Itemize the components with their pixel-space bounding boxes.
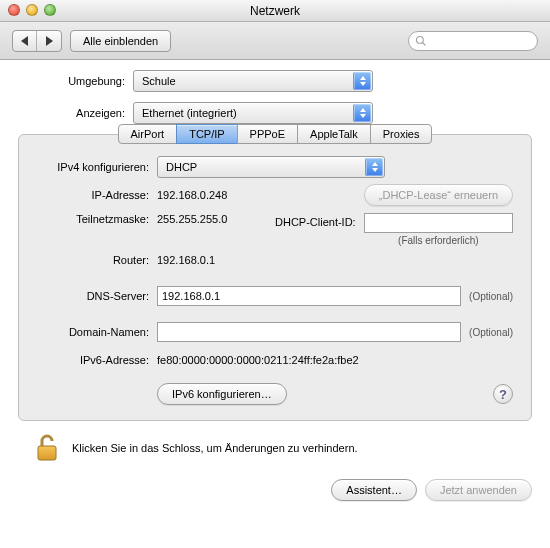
zoom-button[interactable]	[44, 4, 56, 16]
assistant-label: Assistent…	[346, 484, 402, 496]
ipv4-configure-popup[interactable]: DHCP	[157, 156, 385, 178]
show-value: Ethernet (integriert)	[142, 107, 237, 119]
titlebar: Netzwerk	[0, 0, 550, 22]
show-all-label: Alle einblenden	[83, 35, 158, 47]
domain-label: Domain-Namen:	[37, 326, 157, 338]
ipv6-configure-label: IPv6 konfigurieren…	[172, 388, 272, 400]
domain-input[interactable]	[157, 322, 461, 342]
window-controls	[8, 4, 56, 16]
location-value: Schule	[142, 75, 176, 87]
svg-point-0	[417, 36, 424, 43]
window-title: Netzwerk	[250, 4, 300, 18]
lock-row: Klicken Sie in das Schloss, um Änderunge…	[18, 421, 532, 463]
chevron-left-icon	[21, 36, 28, 46]
dns-label: DNS-Server:	[37, 290, 157, 302]
close-button[interactable]	[8, 4, 20, 16]
network-groupbox: AirPort TCP/IP PPPoE AppleTalk Proxies I…	[18, 134, 532, 421]
router-value: 192.168.0.1	[157, 254, 215, 266]
subnet-value: 255.255.255.0	[157, 213, 267, 225]
tab-appletalk[interactable]: AppleTalk	[297, 124, 371, 144]
show-all-button[interactable]: Alle einblenden	[70, 30, 171, 52]
help-button[interactable]: ?	[493, 384, 513, 404]
assistant-button[interactable]: Assistent…	[331, 479, 417, 501]
show-popup[interactable]: Ethernet (integriert)	[133, 102, 373, 124]
tab-tcpip[interactable]: TCP/IP	[176, 124, 237, 144]
footer: Assistent… Jetzt anwenden	[0, 471, 550, 511]
dhcp-client-hint: (Falls erforderlich)	[398, 235, 479, 246]
content: Umgebung: Schule Anzeigen: Ethernet (int…	[0, 60, 550, 471]
ipv6-configure-button[interactable]: IPv6 konfigurieren…	[157, 383, 287, 405]
svg-rect-2	[38, 446, 56, 460]
domain-optional: (Optional)	[469, 327, 513, 338]
tab-proxies[interactable]: Proxies	[370, 124, 433, 144]
ipv6-address-label: IPv6-Adresse:	[37, 354, 157, 366]
ipv4-configure-value: DHCP	[166, 161, 197, 173]
search-icon	[415, 35, 427, 47]
ip-address-label: IP-Adresse:	[37, 189, 157, 201]
dns-input[interactable]	[157, 286, 461, 306]
popup-arrows-icon	[365, 158, 383, 176]
dhcp-client-label: DHCP-Client-ID:	[275, 213, 356, 228]
toolbar: Alle einblenden	[0, 22, 550, 60]
tcpip-form: IPv4 konfigurieren: DHCP IP-Adresse: 192…	[19, 153, 531, 408]
tab-airport[interactable]: AirPort	[118, 124, 178, 144]
tab-pppoe[interactable]: PPPoE	[237, 124, 298, 144]
tabs: AirPort TCP/IP PPPoE AppleTalk Proxies	[19, 124, 531, 144]
apply-label: Jetzt anwenden	[440, 484, 517, 496]
ipv4-configure-label: IPv4 konfigurieren:	[37, 161, 157, 173]
apply-button[interactable]: Jetzt anwenden	[425, 479, 532, 501]
nav-back-forward	[12, 30, 62, 52]
popup-arrows-icon	[353, 72, 371, 90]
show-label: Anzeigen:	[18, 107, 133, 119]
location-popup[interactable]: Schule	[133, 70, 373, 92]
chevron-right-icon	[46, 36, 53, 46]
question-icon: ?	[499, 387, 507, 402]
popup-arrows-icon	[353, 104, 371, 122]
back-button[interactable]	[13, 31, 37, 51]
renew-lease-button[interactable]: „DHCP-Lease“ erneuern	[364, 184, 513, 206]
router-label: Router:	[37, 254, 157, 266]
subnet-label: Teilnetzmaske:	[37, 213, 157, 225]
svg-line-1	[423, 42, 426, 45]
location-label: Umgebung:	[18, 75, 133, 87]
minimize-button[interactable]	[26, 4, 38, 16]
dhcp-client-input[interactable]	[364, 213, 513, 233]
ipv6-address-value: fe80:0000:0000:0000:0211:24ff:fe2a:fbe2	[157, 354, 359, 366]
renew-lease-label: „DHCP-Lease“ erneuern	[379, 189, 498, 201]
search-field[interactable]	[408, 31, 538, 51]
ip-address-value: 192.168.0.248	[157, 189, 307, 201]
lock-text: Klicken Sie in das Schloss, um Änderunge…	[72, 442, 358, 454]
dns-optional: (Optional)	[469, 291, 513, 302]
lock-open-icon[interactable]	[36, 433, 62, 463]
forward-button[interactable]	[37, 31, 61, 51]
